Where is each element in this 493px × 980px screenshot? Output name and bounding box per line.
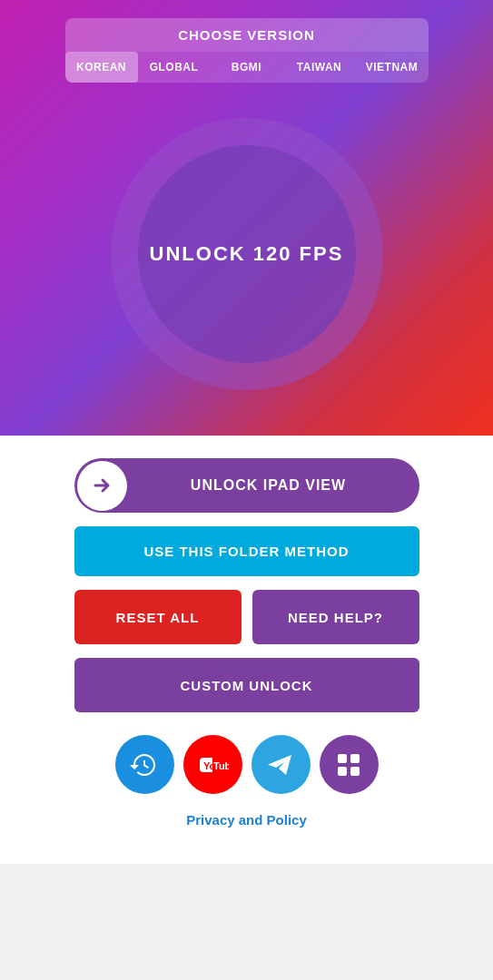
social-icons-row: You Tube bbox=[115, 735, 379, 794]
version-tabs: KOREAN GLOBAL BGMI TAIWAN VIETNAM bbox=[65, 52, 429, 83]
arrow-right-icon bbox=[77, 461, 127, 511]
custom-unlock-button[interactable]: CUSTOM UNLOCK bbox=[74, 658, 419, 712]
tab-taiwan[interactable]: TAIWAN bbox=[283, 52, 356, 83]
hero-section: CHOOSE VERSION KOREAN GLOBAL BGMI TAIWAN… bbox=[0, 0, 493, 436]
svg-rect-6 bbox=[338, 767, 347, 776]
unlock-fps-label: UNLOCK 120 FPS bbox=[150, 242, 344, 266]
grid-icon-button[interactable] bbox=[320, 735, 379, 794]
telegram-icon-button[interactable] bbox=[251, 735, 311, 794]
ipad-view-label: UNLOCK IPAD VIEW bbox=[127, 477, 419, 494]
need-help-button[interactable]: NEED HELP? bbox=[252, 590, 419, 644]
need-help-label: NEED HELP? bbox=[288, 610, 383, 625]
tab-vietnam[interactable]: VIETNAM bbox=[356, 52, 429, 83]
svg-rect-7 bbox=[350, 767, 360, 776]
folder-method-button[interactable]: USE THIS FOLDER METHOD bbox=[74, 526, 419, 576]
custom-unlock-label: CUSTOM UNLOCK bbox=[180, 678, 312, 693]
sync-icon-button[interactable] bbox=[115, 735, 174, 794]
svg-rect-4 bbox=[338, 754, 347, 763]
svg-rect-5 bbox=[350, 754, 360, 763]
circle-outer: UNLOCK 120 FPS bbox=[111, 118, 383, 390]
youtube-icon-button[interactable]: You Tube bbox=[183, 735, 242, 794]
folder-method-label: USE THIS FOLDER METHOD bbox=[143, 544, 349, 559]
version-title: CHOOSE VERSION bbox=[65, 18, 429, 52]
ipad-view-button[interactable]: UNLOCK IPAD VIEW bbox=[74, 458, 419, 513]
bottom-section: UNLOCK IPAD VIEW USE THIS FOLDER METHOD … bbox=[0, 436, 493, 864]
svg-text:Tube: Tube bbox=[213, 760, 229, 771]
reset-all-label: RESET ALL bbox=[116, 610, 200, 625]
unlock-fps-button[interactable]: UNLOCK 120 FPS bbox=[138, 145, 356, 363]
two-button-row: RESET ALL NEED HELP? bbox=[74, 590, 419, 644]
tab-bgmi[interactable]: BGMI bbox=[211, 52, 283, 83]
privacy-policy-link[interactable]: Privacy and Policy bbox=[186, 812, 307, 828]
tab-global[interactable]: GLOBAL bbox=[138, 52, 211, 83]
reset-all-button[interactable]: RESET ALL bbox=[74, 590, 242, 644]
tab-korean[interactable]: KOREAN bbox=[65, 52, 138, 83]
circle-container: UNLOCK 120 FPS bbox=[111, 118, 383, 390]
version-selector: CHOOSE VERSION KOREAN GLOBAL BGMI TAIWAN… bbox=[65, 18, 429, 83]
